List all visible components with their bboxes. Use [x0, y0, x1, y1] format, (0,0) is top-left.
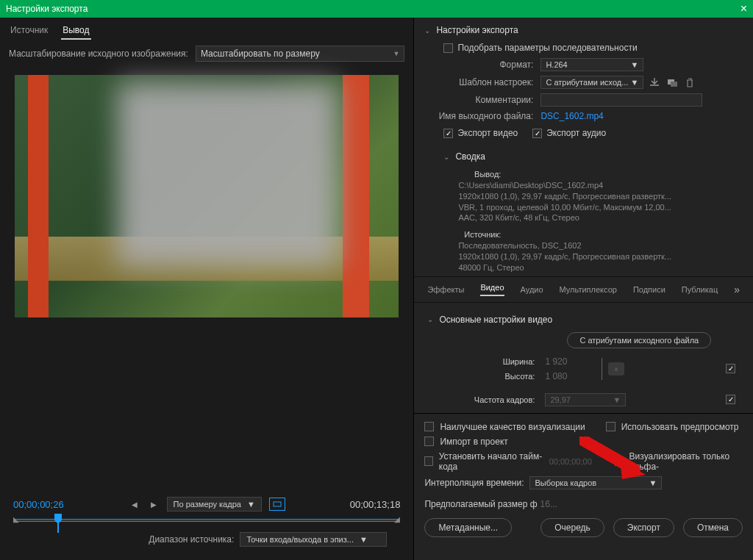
step-fwd-icon[interactable]: ▶: [148, 500, 160, 509]
export-button[interactable]: Экспорт: [613, 518, 674, 537]
svg-rect-0: [274, 502, 281, 506]
save-preset-icon[interactable]: [648, 76, 661, 88]
preview-area: [15, 75, 399, 317]
tab-effects[interactable]: Эффекты: [427, 285, 464, 294]
window-title: Настройки экспорта: [6, 4, 88, 14]
use-preview-label: Использовать предпросмотр: [621, 422, 739, 432]
metadata-button[interactable]: Метаданные...: [424, 518, 512, 537]
aspect-crop-button[interactable]: [269, 498, 285, 511]
chevron-down-icon: ▼: [247, 500, 255, 509]
fps-select[interactable]: 29,97 ▼: [545, 393, 626, 406]
svg-rect-2: [671, 82, 677, 87]
chevron-down-icon[interactable]: ⌄: [424, 26, 430, 35]
width-label: Ширина:: [427, 357, 545, 366]
best-quality-checkbox[interactable]: [424, 422, 434, 431]
comments-label: Комментарии:: [423, 95, 533, 105]
source-range-select[interactable]: Точки входа/выхода в эпиз... ▼: [240, 532, 387, 547]
export-video-checkbox[interactable]: [443, 129, 453, 138]
comments-input[interactable]: [540, 93, 702, 107]
interp-label: Интерполяция времени:: [424, 478, 524, 488]
match-source-button[interactable]: С атрибутами исходного файла: [567, 332, 711, 348]
summary-title: Сводка: [455, 151, 485, 162]
height-value[interactable]: 1 080: [545, 371, 589, 381]
timeline-track[interactable]: ◣ ◢: [13, 519, 400, 522]
export-audio-label: Экспорт аудио: [546, 128, 606, 138]
import-project-checkbox[interactable]: [424, 437, 434, 446]
export-audio-checkbox[interactable]: [532, 129, 542, 138]
chevron-down-icon: ▼: [630, 78, 638, 87]
tab-audio[interactable]: Аудио: [521, 285, 543, 294]
render-alpha-label: Визуализировать только альфа-: [629, 451, 743, 472]
scale-label: Масштабирование исходного изображения:: [9, 49, 188, 59]
import-preset-icon[interactable]: [665, 76, 679, 88]
fit-select[interactable]: По размеру кадра ▼: [167, 497, 262, 511]
tab-source[interactable]: Источник: [9, 22, 49, 40]
in-point-icon[interactable]: ◣: [13, 515, 19, 523]
tab-output[interactable]: Вывод: [61, 22, 90, 40]
format-label: Формат:: [423, 60, 533, 70]
chevron-down-icon: ▼: [630, 60, 638, 69]
interp-select[interactable]: Выборка кадров ▼: [529, 476, 662, 489]
width-value[interactable]: 1 920: [545, 356, 589, 367]
chevron-down-icon: ▼: [360, 535, 368, 544]
link-dimensions-icon[interactable]: ⬨: [608, 362, 624, 376]
more-tabs-icon[interactable]: »: [734, 284, 740, 295]
estimated-size-value: 16...: [540, 499, 557, 509]
chevron-down-icon: ▼: [393, 50, 399, 57]
fps-match-checkbox[interactable]: [726, 395, 735, 404]
dimensions-match-checkbox[interactable]: [726, 364, 735, 373]
height-label: Высота:: [427, 372, 545, 381]
tab-mux[interactable]: Мультиплексор: [560, 285, 617, 294]
export-video-label: Экспорт видео: [457, 128, 518, 138]
queue-button[interactable]: Очередь: [540, 518, 604, 537]
timecode-placeholder: 00;00;00;00: [549, 457, 592, 466]
export-settings-title: Настройки экспорта: [436, 25, 518, 35]
left-panel: Источник Вывод Масштабирование исходного…: [0, 18, 414, 560]
timecode-current[interactable]: 00;00;00;26: [13, 499, 64, 510]
render-alpha-checkbox[interactable]: [615, 456, 623, 466]
set-timecode-checkbox[interactable]: [424, 456, 432, 466]
match-sequence-checkbox[interactable]: [443, 43, 453, 53]
tab-captions[interactable]: Подписи: [633, 285, 665, 294]
fps-label: Частота кадров:: [427, 395, 545, 404]
chevron-down-icon[interactable]: ⌄: [443, 153, 449, 161]
timecode-end: 00;00;13;18: [350, 499, 401, 510]
delete-preset-icon[interactable]: [683, 76, 696, 88]
estimated-size-label: Предполагаемый размер ф: [424, 499, 537, 509]
source-range-label: Диапазон источника:: [149, 534, 234, 545]
output-filename-link[interactable]: DSC_1602.mp4: [540, 111, 603, 121]
preset-select[interactable]: С атрибутами исход... ▼: [540, 76, 643, 89]
scale-select[interactable]: Масштабировать по размеру ▼: [196, 46, 405, 62]
chevron-down-icon: ▼: [649, 478, 657, 487]
summary-source: Источник: Последовательность, DSC_1602 1…: [414, 226, 753, 276]
import-project-label: Импорт в проект: [440, 437, 507, 447]
use-preview-checkbox[interactable]: [606, 422, 615, 431]
tab-video[interactable]: Видео: [480, 283, 504, 296]
cancel-button[interactable]: Отмена: [683, 518, 743, 537]
step-back-icon[interactable]: ◀: [129, 500, 140, 509]
basic-video-title: Основные настройки видео: [439, 315, 552, 325]
format-select[interactable]: H.264 ▼: [540, 58, 643, 71]
out-point-icon[interactable]: ◢: [394, 515, 400, 523]
close-icon[interactable]: ×: [740, 2, 747, 15]
chevron-down-icon: ▼: [613, 395, 621, 404]
preset-label: Шаблон настроек:: [423, 77, 533, 87]
tab-publish[interactable]: Публикац: [682, 285, 718, 294]
right-panel: ⌄ Настройки экспорта Подобрать параметры…: [414, 18, 753, 560]
match-sequence-label: Подобрать параметры последовательности: [457, 43, 637, 53]
output-name-label: Имя выходного файла:: [423, 111, 533, 121]
set-timecode-label: Установить начало тайм-кода: [439, 451, 543, 472]
best-quality-label: Наилучшее качество визуализации: [440, 422, 585, 432]
chevron-down-icon[interactable]: ⌄: [427, 315, 433, 323]
summary-output: Вывод: C:\Users\diami\Desktop\DSC_1602.m…: [414, 166, 753, 226]
